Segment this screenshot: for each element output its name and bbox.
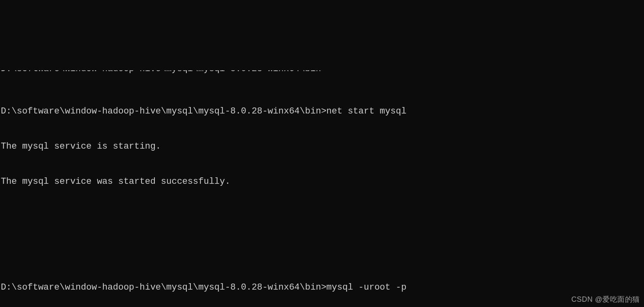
terminal-line: D:\software\window-hadoop-hive\mysql\mys… xyxy=(1,282,644,293)
terminal-line: The mysql service was started successful… xyxy=(1,176,644,187)
watermark-text: CSDN @爱吃面的猫 xyxy=(571,295,640,305)
terminal-line xyxy=(1,246,644,258)
terminal-line-cut: D:\software\window-hadoop-hive\mysql\mys… xyxy=(1,70,644,82)
terminal-line: The mysql service is starting. xyxy=(1,141,644,152)
terminal-line xyxy=(1,211,644,223)
terminal-output[interactable]: D:\software\window-hadoop-hive\mysql\mys… xyxy=(0,47,644,307)
terminal-line: D:\software\window-hadoop-hive\mysql\mys… xyxy=(1,105,644,117)
